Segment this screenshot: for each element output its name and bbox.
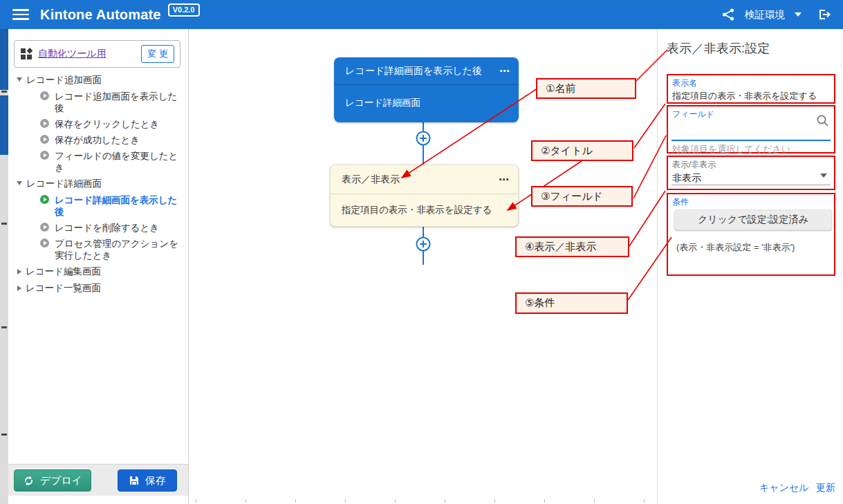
ruler-tick <box>544 499 545 503</box>
tree-item-active[interactable]: レコード詳細画面を表示した後 <box>15 192 185 220</box>
tree-item[interactable]: レコードを削除するとき <box>15 220 185 236</box>
floppy-save-icon <box>129 475 140 486</box>
ruler-tick <box>246 499 246 503</box>
save-button[interactable]: 保存 <box>118 469 177 492</box>
panel-title: 表示／非表示:設定 <box>667 40 770 57</box>
event-play-icon <box>40 119 49 128</box>
app-window: Kintone Automate V0.2.0 検証環境 <box>0 0 843 504</box>
trigger-node-subtitle: レコード詳細画面 <box>334 85 519 121</box>
tree-group-record-list[interactable]: レコード一覧画面 <box>15 280 185 297</box>
ruler-tick <box>295 499 296 503</box>
search-icon[interactable] <box>816 114 829 127</box>
hamburger-menu-icon[interactable] <box>12 9 29 20</box>
field-helper-text: 対象項目を選択してください <box>672 143 790 156</box>
name-field-value[interactable]: 指定項目の表示・非表示を設定する <box>668 89 834 102</box>
trigger-node[interactable]: レコード詳細画面を表示した後 ⋯ レコード詳細画面 <box>334 57 519 122</box>
select-underline <box>671 185 831 185</box>
left-edge-strip <box>0 29 8 504</box>
condition-group: 条件 クリックで設定:設定済み (表示・非表示設定 = '非表示') <box>667 193 835 276</box>
name-field-label: 表示名 <box>668 75 834 89</box>
settings-panel: 表示／非表示:設定 表示名 指定項目の表示・非表示を設定する フィールド 対象項… <box>657 29 843 504</box>
name-field-group: 表示名 指定項目の表示・非表示を設定する <box>667 74 835 104</box>
condition-label: 条件 <box>668 194 834 208</box>
annotation-label-title: ②タイトル <box>531 140 633 161</box>
environment-selector[interactable]: 検証環境 <box>745 8 785 21</box>
event-play-icon <box>40 91 49 100</box>
ruler-tick <box>594 499 595 503</box>
sidebar: 自動化ツール用 変 更 レコード追加画面 レコード追加画面を表示した後 保存をク… <box>8 29 189 504</box>
event-tree: レコード追加画面 レコード追加画面を表示した後 保存をクリックしたとき 保存が成… <box>15 72 185 297</box>
event-play-icon <box>40 223 49 232</box>
event-play-icon <box>40 135 49 144</box>
add-step-icon[interactable] <box>416 236 431 252</box>
event-play-icon <box>40 151 49 160</box>
dropdown-caret-icon[interactable] <box>820 174 827 178</box>
action-node[interactable]: 表示／非表示 ⋯ 指定項目の表示・非表示を設定する <box>330 165 519 227</box>
ruler-tick <box>445 499 445 503</box>
sidebar-footer: デプロイ 保存 <box>8 464 188 496</box>
visibility-selected-value[interactable]: 非表示 <box>668 171 834 185</box>
trigger-node-title: レコード詳細画面を表示した後 <box>345 65 482 77</box>
change-app-button[interactable]: 変 更 <box>141 45 174 63</box>
deploy-button[interactable]: デプロイ <box>14 469 91 492</box>
app-selector: 自動化ツール用 変 更 <box>14 40 180 68</box>
visibility-label: 表示/非表示 <box>668 157 834 171</box>
node-menu-icon[interactable]: ⋯ <box>499 174 510 186</box>
expand-icon[interactable] <box>17 286 21 291</box>
annotation-label-field: ③フィールド <box>531 186 633 207</box>
collapse-icon[interactable] <box>17 181 22 185</box>
field-search-input[interactable] <box>672 122 813 138</box>
tree-group-record-add[interactable]: レコード追加画面 <box>15 72 185 88</box>
collapse-icon[interactable] <box>17 77 22 82</box>
flow-canvas: レコード詳細画面を表示した後 ⋯ レコード詳細画面 表示／非表示 ⋯ 指定項目の… <box>189 29 657 504</box>
visibility-select-group[interactable]: 表示/非表示 非表示 <box>667 156 835 190</box>
ruler-tick <box>494 499 495 503</box>
tree-group-record-detail[interactable]: レコード詳細画面 <box>15 176 185 192</box>
update-button[interactable]: 更新 <box>816 482 835 494</box>
field-label: フィールド <box>668 106 834 120</box>
tree-item[interactable]: レコード追加画面を表示した後 <box>15 88 185 116</box>
action-node-title: 表示／非表示 <box>342 174 400 186</box>
event-play-icon-active <box>40 195 49 204</box>
tree-item[interactable]: フィールドの値を変更したとき <box>15 148 185 176</box>
top-header: Kintone Automate V0.2.0 検証環境 <box>0 0 843 29</box>
condition-settings-button[interactable]: クリックで設定:設定済み <box>674 209 832 230</box>
event-play-icon <box>40 239 49 248</box>
tree-item[interactable]: 保存が成功したとき <box>15 132 185 148</box>
action-node-subtitle: 指定項目の表示・非表示を設定する <box>331 194 518 226</box>
condition-expression: (表示・非表示設定 = '非表示') <box>676 241 795 254</box>
annotation-label-name: ①名前 <box>536 78 636 99</box>
add-step-icon[interactable] <box>416 131 431 146</box>
app-name-link[interactable]: 自動化ツール用 <box>38 48 106 60</box>
field-select-group: フィールド 対象項目を選択してください <box>667 105 835 153</box>
share-icon[interactable] <box>721 8 735 21</box>
app-grid-icon <box>20 48 33 60</box>
sync-icon <box>23 475 35 487</box>
ruler-tick <box>196 499 196 503</box>
ruler-tick <box>644 499 645 503</box>
input-focus-underline <box>671 140 831 141</box>
annotation-label-visibility: ④表示／非表示 <box>515 236 629 257</box>
tree-item[interactable]: 保存をクリックしたとき <box>15 116 185 132</box>
logout-icon[interactable] <box>817 8 832 21</box>
tree-group-record-edit[interactable]: レコード編集画面 <box>15 263 185 280</box>
environment-caret-icon[interactable] <box>795 12 802 17</box>
ruler-tick <box>395 499 396 503</box>
cancel-button[interactable]: キャンセル <box>759 482 809 494</box>
node-menu-icon[interactable]: ⋯ <box>499 65 510 77</box>
expand-icon[interactable] <box>17 269 21 274</box>
annotation-label-condition: ⑤条件 <box>515 292 628 314</box>
version-badge: V0.2.0 <box>168 3 200 17</box>
app-title: Kintone Automate <box>40 7 161 23</box>
ruler-tick <box>345 499 346 503</box>
tree-item[interactable]: プロセス管理のアクションを実行したとき <box>15 236 185 263</box>
